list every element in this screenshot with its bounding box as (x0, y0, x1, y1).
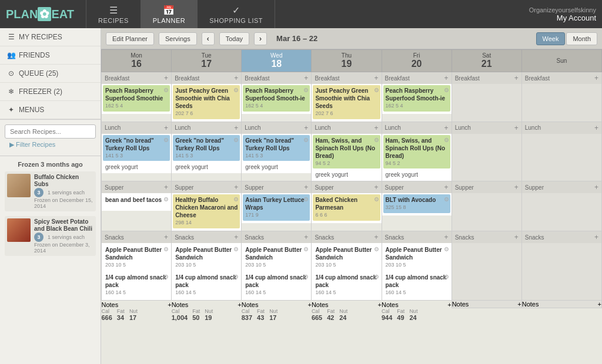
recipe-card[interactable]: ⚙ Apple Peanut Butter Sandwich 203 10 5 (383, 244, 450, 271)
add-breakfast-btn[interactable]: + (444, 74, 449, 82)
nav-planner[interactable]: 📅 PLANNER (141, 0, 198, 28)
recipe-card[interactable]: ⚙ 1/4 cup almond snack pack 160 14 5 (313, 272, 380, 298)
add-lunch-btn[interactable]: + (164, 124, 168, 132)
settings-icon[interactable]: ⚙ (303, 273, 309, 281)
settings-icon[interactable]: ⚙ (303, 245, 309, 253)
add-lunch-btn[interactable]: + (374, 124, 378, 132)
add-supper-btn[interactable]: + (444, 183, 449, 191)
add-supper-btn[interactable]: + (374, 183, 378, 191)
add-breakfast-btn[interactable]: + (234, 74, 238, 82)
add-supper-btn[interactable]: + (234, 183, 238, 191)
sidebar-item-recipes[interactable]: ☰ MY RECIPES (0, 28, 101, 46)
settings-icon[interactable]: ⚙ (163, 196, 169, 203)
settings-icon[interactable]: ⚙ (233, 245, 239, 253)
recipe-card[interactable]: ⚙ Greek "no bread" Turkey Roll Ups 141 5… (243, 135, 310, 161)
week-view-button[interactable]: Week (536, 32, 566, 45)
settings-icon[interactable]: ⚙ (303, 136, 309, 144)
add-snacks-btn[interactable]: + (514, 233, 519, 241)
settings-icon[interactable]: ⚙ (374, 86, 379, 94)
add-breakfast-btn[interactable]: + (304, 74, 308, 82)
settings-icon[interactable]: ⚙ (163, 273, 169, 281)
month-view-button[interactable]: Month (566, 32, 597, 45)
add-lunch-btn[interactable]: + (444, 124, 449, 132)
lunch-label: Lunch+ (382, 122, 452, 134)
edit-planner-button[interactable]: Edit Planner (106, 32, 154, 45)
add-snacks-btn[interactable]: + (304, 233, 308, 241)
recipe-card[interactable]: ⚙ Just Peachy Green Smoothie with Chia S… (173, 85, 240, 119)
add-snacks-btn[interactable]: + (444, 233, 449, 241)
servings-button[interactable]: Servings (159, 32, 197, 45)
settings-icon[interactable]: ⚙ (303, 86, 309, 94)
add-lunch-btn[interactable]: + (594, 124, 598, 132)
nav-shopping[interactable]: ✓ SHOPPING LIST (198, 0, 275, 28)
settings-icon[interactable]: ⚙ (444, 86, 449, 94)
add-notes-icon[interactable]: + (517, 301, 521, 308)
settings-icon[interactable]: ⚙ (163, 245, 169, 253)
add-supper-btn[interactable]: + (164, 183, 168, 191)
recipe-card[interactable]: ⚙ Apple Peanut Butter Sandwich 203 10 5 (313, 244, 380, 271)
sidebar-item-queue[interactable]: ⊙ QUEUE (25) (0, 65, 101, 83)
recipe-card[interactable]: ⚙ Greek "no bread" Turkey Roll Ups 141 5… (173, 135, 240, 161)
settings-icon[interactable]: ⚙ (163, 86, 169, 94)
settings-icon[interactable]: ⚙ (444, 273, 449, 281)
recipe-card[interactable]: ⚙ bean and beef tacos (103, 194, 170, 206)
nav-recipes[interactable]: ☰ RECIPES (86, 0, 141, 28)
sidebar-item-freezer[interactable]: ❄ FREEZER (2) (0, 83, 101, 101)
settings-icon[interactable]: ⚙ (374, 273, 379, 281)
add-supper-btn[interactable]: + (304, 183, 308, 191)
add-lunch-btn[interactable]: + (234, 124, 238, 132)
today-button[interactable]: Today (219, 32, 249, 45)
recipe-name: Asian Turkey Lettuce Wraps (245, 196, 307, 211)
add-snacks-btn[interactable]: + (594, 233, 598, 241)
recipe-card[interactable]: ⚙ 1/4 cup almond snack pack 160 14 5 (173, 272, 240, 298)
settings-icon[interactable]: ⚙ (444, 196, 449, 203)
add-breakfast-btn[interactable]: + (514, 74, 519, 82)
settings-icon[interactable]: ⚙ (233, 86, 239, 94)
settings-icon[interactable]: ⚙ (374, 196, 379, 203)
add-breakfast-btn[interactable]: + (374, 74, 378, 82)
search-input[interactable] (5, 124, 96, 139)
add-snacks-btn[interactable]: + (234, 233, 238, 241)
settings-icon[interactable]: ⚙ (233, 196, 239, 203)
add-lunch-btn[interactable]: + (304, 124, 308, 132)
add-notes-icon[interactable]: + (447, 301, 451, 308)
add-supper-btn[interactable]: + (514, 183, 519, 191)
recipe-card[interactable]: ⚙ Healthy Buffalo Chicken Macaroni and C… (173, 194, 240, 228)
recipe-card[interactable]: ⚙ 1/4 cup almond snack pack 160 14 5 (103, 272, 170, 298)
recipe-card[interactable]: ⚙ Just Peachy Green Smoothie with Chia S… (313, 85, 380, 119)
add-lunch-btn[interactable]: + (514, 124, 519, 132)
recipe-card[interactable]: ⚙ Apple Peanut Butter Sandwich 203 10 5 (173, 244, 240, 271)
settings-icon[interactable]: ⚙ (303, 196, 309, 203)
recipe-card[interactable]: ⚙ Peach Raspberry Superfood Smoothie 162… (103, 85, 170, 112)
recipe-card[interactable]: ⚙ Ham, Swiss, and Spinach Roll Ups (No B… (383, 135, 450, 169)
settings-icon[interactable]: ⚙ (444, 245, 449, 253)
add-snacks-btn[interactable]: + (374, 233, 378, 241)
filter-recipes-link[interactable]: ▶ Filter Recipes (5, 139, 96, 151)
settings-icon[interactable]: ⚙ (374, 245, 379, 253)
add-notes-icon[interactable]: + (598, 301, 601, 308)
recipe-card[interactable]: ⚙ Apple Peanut Butter Sandwich 203 10 5 (243, 244, 310, 271)
add-breakfast-btn[interactable]: + (594, 74, 598, 82)
sidebar-item-menus[interactable]: ✦ MENUS (0, 101, 101, 119)
settings-icon[interactable]: ⚙ (233, 136, 239, 144)
add-breakfast-btn[interactable]: + (164, 74, 168, 82)
next-week-button[interactable]: › (254, 32, 267, 45)
sidebar-item-friends[interactable]: 👥 FRIENDS (0, 46, 101, 65)
recipe-card[interactable]: ⚙ Baked Chicken Parmesan 6 6 6 (313, 194, 380, 221)
add-snacks-btn[interactable]: + (164, 233, 168, 241)
recipe-card[interactable]: ⚙ 1/4 cup almond snack pack 160 14 5 (243, 272, 310, 298)
settings-icon[interactable]: ⚙ (233, 273, 239, 281)
recipe-card[interactable]: ⚙ BLT with Avocado 325 15 8 (383, 194, 450, 213)
settings-icon[interactable]: ⚙ (444, 136, 449, 144)
recipe-card[interactable]: ⚙ Peach Raspberry Superfood Smooth-ie 16… (383, 85, 450, 112)
prev-week-button[interactable]: ‹ (202, 32, 215, 45)
recipe-card[interactable]: ⚙ Ham, Swiss, and Spinach Roll Ups (No B… (313, 135, 380, 169)
add-supper-btn[interactable]: + (594, 183, 598, 191)
recipe-card[interactable]: ⚙ Greek "no bread" Turkey Roll Ups 141 5… (103, 135, 170, 161)
recipe-card[interactable]: ⚙ Apple Peanut Butter Sandwich 203 10 5 (103, 244, 170, 271)
recipe-card[interactable]: ⚙ Peach Raspberry Superfood Smooth-ie 16… (243, 85, 310, 112)
recipe-card[interactable]: ⚙ 1/4 cup almond snack pack 160 14 5 (383, 272, 450, 298)
recipe-card[interactable]: ⚙ Asian Turkey Lettuce Wraps 171 9 (243, 194, 310, 221)
settings-icon[interactable]: ⚙ (374, 136, 379, 144)
settings-icon[interactable]: ⚙ (163, 136, 169, 144)
